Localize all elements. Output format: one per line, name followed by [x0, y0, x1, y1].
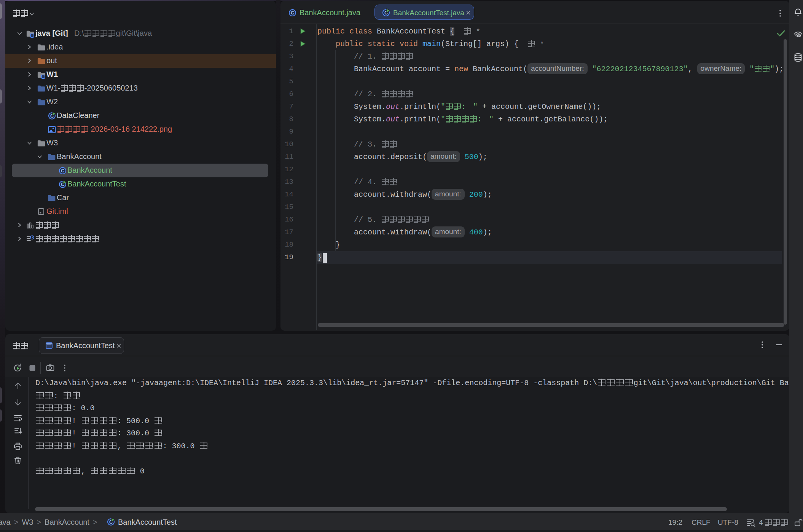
- svg-text:C: C: [61, 168, 64, 174]
- svg-text:C: C: [291, 10, 294, 16]
